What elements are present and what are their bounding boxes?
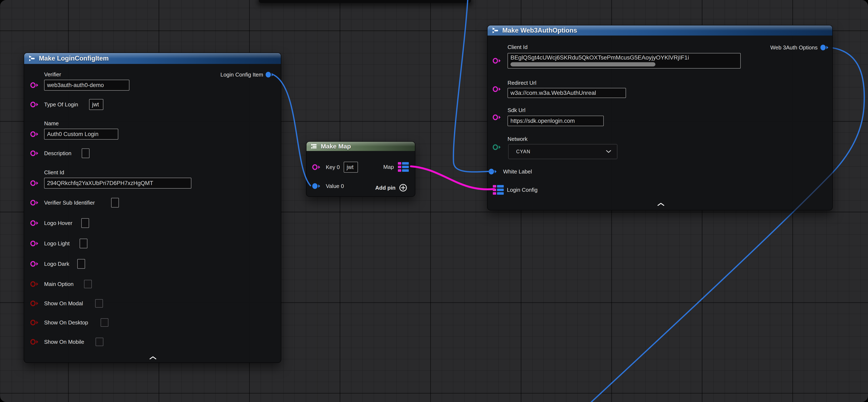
wire-map-to-login-config (411, 166, 494, 190)
output-pin-map[interactable] (398, 162, 410, 172)
input-pin-name[interactable] (30, 131, 39, 138)
input-pin-client-id[interactable] (30, 179, 39, 187)
collapse-node-chevron[interactable] (149, 356, 157, 360)
node-make-login-config-item[interactable]: Make LoginConfigItem Login Config Item V… (24, 53, 281, 363)
input-pin-logo-light[interactable] (30, 240, 39, 247)
type-of-login-field[interactable]: jwt (89, 99, 103, 110)
input-pin-network[interactable] (492, 144, 502, 151)
pin-label-show-on-mobile: Show On Mobile (44, 338, 84, 345)
node-header[interactable]: Make Web3AuthOptions (488, 25, 832, 35)
type-of-login-value: jwt (92, 101, 99, 108)
node-title: Make Web3AuthOptions (502, 27, 577, 34)
logo-hover-field[interactable] (81, 218, 89, 228)
output-pin-web3auth-options[interactable] (820, 44, 830, 51)
verifier-field[interactable]: web3auth-auth0-demo (44, 80, 129, 91)
input-pin-key-0[interactable] (312, 164, 321, 171)
node-header[interactable]: Make LoginConfigItem (24, 53, 281, 64)
input-pin-verifier-sub-identifier[interactable] (30, 199, 39, 206)
key-0-field[interactable]: jwt (344, 162, 358, 173)
redirect-url-value: w3a://com.w3a.Web3AuthUnreal (510, 90, 596, 96)
input-pin-verifier[interactable] (30, 82, 39, 89)
input-pin-white-label[interactable] (488, 168, 498, 175)
input-pin-client-id[interactable] (492, 57, 502, 64)
chevron-down-icon (606, 150, 612, 153)
pin-label-login-config: Login Config (507, 186, 537, 194)
input-pin-show-on-desktop[interactable] (30, 319, 39, 326)
input-pin-login-config[interactable] (492, 184, 504, 195)
pin-label-verifier: Verifier (44, 71, 61, 78)
pin-label-web3auth-options: Web 3Auth Options (770, 44, 817, 51)
make-struct-icon (491, 26, 499, 35)
network-value: CYAN (516, 149, 530, 154)
pin-label-logo-hover: Logo Hover (44, 220, 72, 227)
pin-label-description: Description (44, 150, 71, 157)
main-option-checkbox[interactable] (84, 280, 92, 288)
node-header[interactable]: Make Map (307, 142, 415, 151)
pin-label-logo-dark: Logo Dark (44, 260, 69, 267)
name-value: Auth0 Custom Login (47, 131, 98, 138)
pin-label-white-label: White Label (503, 168, 532, 175)
input-pin-sdk-url[interactable] (492, 114, 502, 121)
description-field[interactable] (82, 148, 90, 158)
pin-label-key-0: Key 0 (326, 164, 340, 171)
show-on-modal-checkbox[interactable] (95, 299, 103, 308)
pin-label-type-of-login: Type Of Login (44, 101, 78, 108)
offscreen-node-shadow (259, 0, 471, 3)
client-id-value: 294QRkchfq2YaXUbPri7D6PH7xzHgQMT (47, 180, 153, 186)
input-pin-show-on-mobile[interactable] (30, 338, 39, 345)
client-id-field[interactable]: BEglQSgt4cUWcj6SKRdu5QkOXTsePmMcusG5EAoy… (507, 53, 741, 68)
node-make-map[interactable]: Make Map Key 0 jwt Map Value 0 Add pin (306, 141, 415, 197)
client-id-value: BEglQSgt4cUWcj6SKRdu5QkOXTsePmMcusG5EAoy… (510, 54, 689, 61)
sdk-url-value: https://sdk.openlogin.com (510, 118, 575, 124)
client-id-scrollbar[interactable] (510, 62, 655, 66)
key-0-value: jwt (347, 164, 353, 171)
input-pin-logo-dark[interactable] (30, 260, 39, 267)
pin-label-show-on-modal: Show On Modal (44, 300, 83, 307)
input-pin-description[interactable] (30, 150, 39, 157)
network-dropdown[interactable]: CYAN (508, 144, 617, 159)
output-pin-login-config-item[interactable] (265, 71, 275, 78)
client-id-field[interactable]: 294QRkchfq2YaXUbPri7D6PH7xzHgQMT (44, 178, 191, 189)
pin-label-logo-light: Logo Light (44, 240, 69, 247)
sdk-url-field[interactable]: https://sdk.openlogin.com (507, 116, 604, 126)
pin-label-client-id: Client Id (44, 169, 64, 176)
collapse-node-chevron[interactable] (657, 202, 665, 206)
show-on-mobile-checkbox[interactable] (96, 338, 103, 346)
pin-label-value-0: Value 0 (326, 182, 344, 190)
input-pin-main-option[interactable] (30, 281, 39, 288)
blueprint-graph-canvas[interactable]: Make LoginConfigItem Login Config Item V… (0, 0, 868, 402)
pin-label-main-option: Main Option (44, 281, 73, 288)
redirect-url-field[interactable]: w3a://com.w3a.Web3AuthUnreal (507, 88, 626, 98)
node-title: Make LoginConfigItem (39, 55, 108, 62)
show-on-desktop-checkbox[interactable] (101, 318, 108, 327)
make-struct-icon (28, 54, 36, 63)
input-pin-logo-hover[interactable] (30, 220, 39, 227)
add-pin-icon[interactable] (399, 183, 408, 192)
logo-light-field[interactable] (80, 239, 87, 248)
pin-label-redirect-url: Redirect Url (507, 79, 536, 86)
pin-label-show-on-desktop: Show On Desktop (44, 319, 88, 326)
node-make-web3auth-options[interactable]: Make Web3AuthOptions Web 3Auth Options C… (487, 25, 833, 210)
input-pin-value-0[interactable] (312, 182, 321, 190)
add-pin-label[interactable]: Add pin (375, 184, 396, 191)
verifier-value: web3auth-auth0-demo (47, 82, 104, 88)
pin-label-sdk-url: Sdk Url (507, 107, 525, 114)
pin-label-map: Map (383, 163, 394, 171)
pin-label-verifier-sub-identifier: Verifier Sub Identifier (44, 199, 95, 206)
pin-label-client-id: Client Id (507, 44, 527, 51)
pin-label-login-config-item: Login Config Item (220, 71, 263, 78)
logo-dark-field[interactable] (77, 259, 85, 269)
input-pin-show-on-modal[interactable] (30, 300, 39, 307)
input-pin-type-of-login[interactable] (30, 101, 39, 108)
verifier-sub-identifier-field[interactable] (111, 198, 119, 207)
input-pin-redirect-url[interactable] (492, 86, 502, 93)
pin-label-network: Network (507, 135, 527, 143)
name-field[interactable]: Auth0 Custom Login (44, 129, 118, 140)
node-title: Make Map (321, 143, 351, 150)
make-map-icon (310, 142, 318, 150)
pin-label-name: Name (44, 120, 59, 127)
